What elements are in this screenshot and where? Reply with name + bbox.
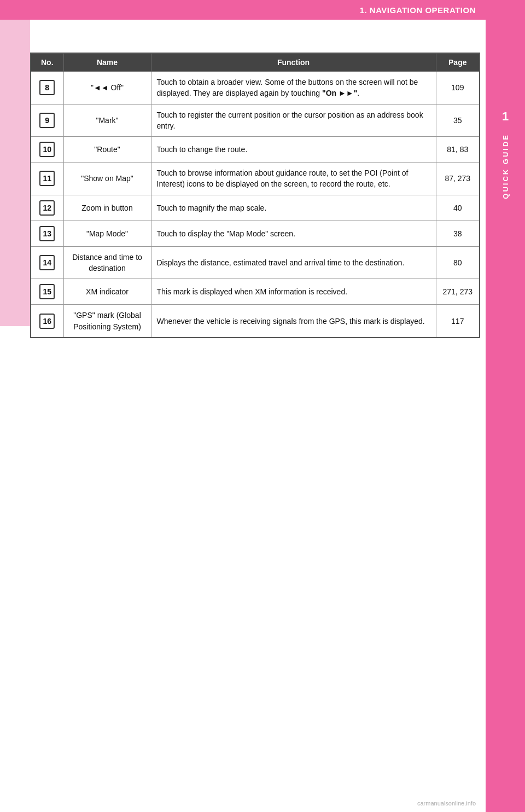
cell-page: 117 [436, 305, 480, 338]
cell-no: 16 [31, 305, 63, 338]
cell-page: 271, 273 [436, 279, 480, 305]
cell-name: "Mark" [63, 104, 151, 137]
cell-name: "GPS" mark (Global Positioning System) [63, 305, 151, 338]
cell-no: 9 [31, 104, 63, 137]
table-row: 8"◄◄ Off"Touch to obtain a broader view.… [31, 72, 480, 105]
number-badge: 11 [39, 171, 55, 186]
cell-function: Touch to browse information about guidan… [151, 163, 436, 195]
col-header-name: Name [63, 53, 151, 72]
table-row: 9"Mark"Touch to register the current pos… [31, 104, 480, 137]
sidebar-number: 1 [502, 109, 509, 124]
cell-page: 109 [436, 72, 480, 105]
cell-name: "◄◄ Off" [63, 72, 151, 105]
number-badge: 15 [39, 284, 55, 299]
cell-page: 40 [436, 195, 480, 221]
number-badge: 12 [39, 200, 55, 216]
table-row: 12Zoom in buttonTouch to magnify the map… [31, 195, 480, 221]
left-accent-bar [0, 20, 30, 326]
table-row: 15XM indicatorThis mark is displayed whe… [31, 279, 480, 305]
cell-no: 11 [31, 163, 63, 195]
cell-function: Whenever the vehicle is receiving signal… [151, 305, 436, 338]
cell-function: This mark is displayed when XM informati… [151, 279, 436, 305]
table-row: 10"Route"Touch to change the route.81, 8… [31, 137, 480, 163]
col-header-function: Function [151, 53, 436, 72]
number-badge: 14 [39, 255, 55, 270]
number-badge: 10 [39, 142, 55, 157]
cell-function: Touch to display the "Map Mode" screen. [151, 221, 436, 246]
cell-name: XM indicator [63, 279, 151, 305]
cell-no: 10 [31, 137, 63, 163]
cell-page: 87, 273 [436, 163, 480, 195]
number-badge: 16 [39, 314, 55, 329]
cell-function: Touch to obtain a broader view. Some of … [151, 72, 436, 105]
cell-function: Touch to register the current position o… [151, 104, 436, 137]
top-header-bar: 1. NAVIGATION OPERATION [0, 0, 525, 20]
cell-name: "Map Mode" [63, 221, 151, 246]
cell-page: 81, 83 [436, 137, 480, 163]
cell-name: "Route" [63, 137, 151, 163]
main-content: No. Name Function Page 8"◄◄ Off"Touch to… [30, 53, 480, 371]
col-header-page: Page [436, 53, 480, 72]
cell-page: 38 [436, 221, 480, 246]
cell-no: 12 [31, 195, 63, 221]
sidebar-label: QUICK GUIDE [501, 134, 510, 199]
right-sidebar: 1 QUICK GUIDE [486, 0, 525, 812]
cell-page: 80 [436, 246, 480, 279]
table-row: 13"Map Mode"Touch to display the "Map Mo… [31, 221, 480, 246]
number-badge: 13 [39, 226, 55, 241]
bold-text: "On ►►" [322, 89, 357, 97]
table-row: 14Distance and time to destinationDispla… [31, 246, 480, 279]
cell-function: Displays the distance, estimated travel … [151, 246, 436, 279]
footer-website: carmanualsonline.info [417, 800, 476, 807]
cell-name: Zoom in button [63, 195, 151, 221]
table-row: 11"Show on Map"Touch to browse informati… [31, 163, 480, 195]
number-badge: 9 [39, 113, 55, 128]
cell-no: 15 [31, 279, 63, 305]
cell-name: "Show on Map" [63, 163, 151, 195]
page-title: 1. NAVIGATION OPERATION [360, 5, 476, 15]
cell-no: 14 [31, 246, 63, 279]
cell-name: Distance and time to destination [63, 246, 151, 279]
table-row: 16"GPS" mark (Global Positioning System)… [31, 305, 480, 338]
cell-function: Touch to magnify the map scale. [151, 195, 436, 221]
col-header-no: No. [31, 53, 63, 72]
cell-no: 13 [31, 221, 63, 246]
cell-function: Touch to change the route. [151, 137, 436, 163]
number-badge: 8 [39, 80, 55, 95]
cell-no: 8 [31, 72, 63, 105]
navigation-table: No. Name Function Page 8"◄◄ Off"Touch to… [30, 53, 480, 338]
cell-page: 35 [436, 104, 480, 137]
